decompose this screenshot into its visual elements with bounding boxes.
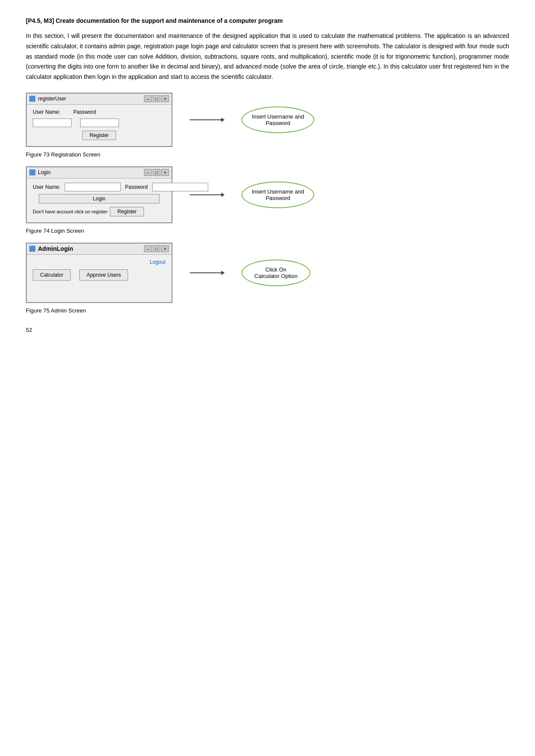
logout-link[interactable]: Logout xyxy=(33,259,166,265)
login-username-input[interactable] xyxy=(65,183,121,191)
register-title: registerUser xyxy=(38,96,141,102)
figure-73-annotation: Insert Username and Password xyxy=(241,106,314,133)
figure-75-annotation-line2: Calculator Option xyxy=(254,273,297,279)
figure-74-caption: Figure 74 Login Screen xyxy=(26,228,509,234)
register-dialog: registerUser – □ × User Name: Password R… xyxy=(26,93,172,147)
approve-users-button[interactable]: Approve Users xyxy=(79,269,128,281)
register-button-row: Register xyxy=(33,131,166,140)
figure-73-block: registerUser – □ × User Name: Password R… xyxy=(26,93,509,147)
figure-73-caption: Figure 73 Registration Screen xyxy=(26,151,509,158)
register-password-label: Password xyxy=(73,109,96,115)
login-body: User Name: Password Login Don't have acc… xyxy=(27,178,172,222)
login-close-btn[interactable]: × xyxy=(161,169,169,176)
login-app-icon xyxy=(29,169,35,175)
admin-body: Logout Calculator Approve Users xyxy=(27,255,172,302)
login-password-input[interactable] xyxy=(152,183,208,191)
figure-74-arrow xyxy=(190,194,224,195)
arrow-line-75 xyxy=(190,272,224,273)
calculator-button[interactable]: Calculator xyxy=(33,269,71,281)
login-password-label: Password xyxy=(125,184,148,190)
figure-73-annotation-line2: Password xyxy=(266,120,290,126)
register-password-input[interactable] xyxy=(80,119,119,127)
figure-73-arrow xyxy=(190,119,224,120)
admin-dialog: AdminLogin – □ × Logout Calculator Appro… xyxy=(26,243,172,303)
login-button-row: Login xyxy=(33,194,166,203)
admin-title: AdminLogin xyxy=(38,245,141,252)
dont-have-row: Don't have account click on register Reg… xyxy=(33,207,166,216)
arrow-line-74 xyxy=(190,194,224,195)
figure-75-caption: Figure 75 Admin Screen xyxy=(26,307,509,314)
admin-app-icon xyxy=(29,246,35,252)
dont-have-text: Don't have account click on register xyxy=(33,209,107,214)
arrow-line-73 xyxy=(190,119,224,120)
register-app-icon xyxy=(29,96,35,102)
figure-73-annotation-line1: Insert Username and xyxy=(252,113,304,120)
register-button[interactable]: Register xyxy=(82,131,116,140)
register-minimize-btn[interactable]: – xyxy=(144,95,152,102)
login-title: Login xyxy=(38,169,141,175)
register-username-label: User Name: xyxy=(33,109,60,115)
register-controls: – □ × xyxy=(144,95,169,102)
admin-buttons-row: Calculator Approve Users xyxy=(33,269,166,281)
login-minimize-btn[interactable]: – xyxy=(144,169,152,176)
admin-minimize-btn[interactable]: – xyxy=(144,245,152,252)
register-labels-row: User Name: Password xyxy=(33,109,166,115)
document-heading: [P4.5, M3] Create documentation for the … xyxy=(26,17,509,24)
register-username-input[interactable] xyxy=(33,119,72,127)
figure-75-arrow xyxy=(190,272,224,273)
figure-75-annotation: Click On Calculator Option xyxy=(241,259,310,286)
register-body: User Name: Password Register xyxy=(27,105,172,146)
login-maximize-btn[interactable]: □ xyxy=(153,169,160,176)
figure-75-block: AdminLogin – □ × Logout Calculator Appro… xyxy=(26,243,509,303)
admin-maximize-btn[interactable]: □ xyxy=(153,245,160,252)
register-inputs-row xyxy=(33,119,166,127)
register-titlebar: registerUser – □ × xyxy=(27,94,172,105)
register-maximize-btn[interactable]: □ xyxy=(153,95,160,102)
login-controls: – □ × xyxy=(144,169,169,176)
figure-74-annotation-line1: Insert Username and xyxy=(252,188,304,195)
register-close-btn[interactable]: × xyxy=(161,95,169,102)
figure-74-block: Login – □ × User Name: Password Login Do… xyxy=(26,166,509,223)
body-text: In this section, I will present the docu… xyxy=(26,31,509,82)
login-username-label: User Name: xyxy=(33,184,60,190)
figure-75-annotation-line1: Click On xyxy=(265,266,286,273)
admin-titlebar: AdminLogin – □ × xyxy=(27,244,172,255)
login-dialog: Login – □ × User Name: Password Login Do… xyxy=(26,166,172,223)
login-titlebar: Login – □ × xyxy=(27,167,172,178)
page-number: 52 xyxy=(26,327,509,333)
login-button[interactable]: Login xyxy=(39,194,160,203)
admin-close-btn[interactable]: × xyxy=(161,245,169,252)
login-register-button[interactable]: Register xyxy=(110,207,144,216)
figure-74-annotation-line2: Password xyxy=(266,195,290,201)
admin-controls: – □ × xyxy=(144,245,169,252)
figure-74-annotation: Insert Username and Password xyxy=(241,181,314,208)
